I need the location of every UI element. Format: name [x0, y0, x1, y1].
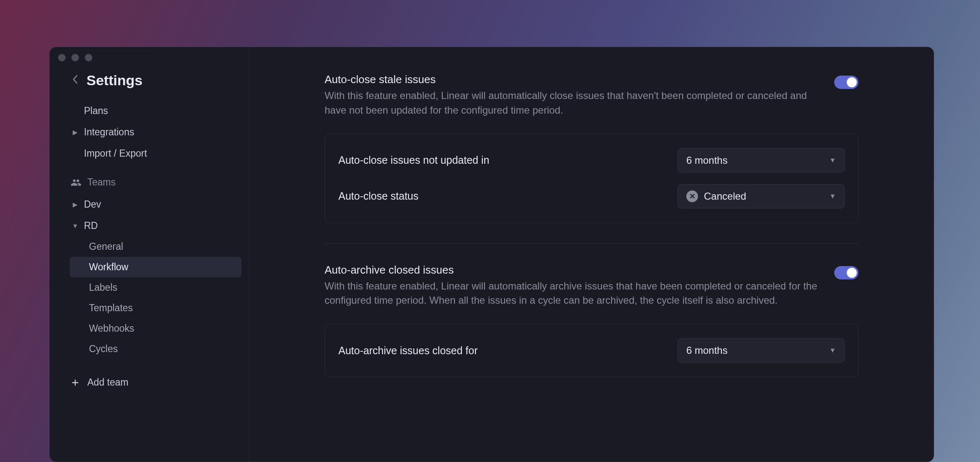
- caret-down-icon: ▼: [72, 222, 78, 229]
- caret-right-icon: ▶: [72, 201, 78, 208]
- config-row-autoarchive-period: Auto-archive issues closed for 6 months …: [338, 333, 845, 368]
- sidebar-sub-workflow[interactable]: Workflow: [70, 257, 241, 277]
- sidebar-item-label: Workflow: [89, 261, 128, 273]
- dropdown-value: 6 months: [686, 155, 728, 166]
- sidebar-item-label: Plans: [84, 105, 108, 117]
- window-controls: [58, 54, 92, 61]
- sidebar-item-label: Import / Export: [84, 148, 147, 159]
- sidebar: Settings Plans ▶ Integrations Import / E…: [50, 47, 249, 462]
- setting-description: With this feature enabled, Linear will a…: [325, 89, 818, 118]
- autoclose-config: Auto-close issues not updated in 6 month…: [325, 134, 858, 223]
- sidebar-sub-labels[interactable]: Labels: [70, 277, 241, 298]
- sidebar-sub-cycles[interactable]: Cycles: [70, 339, 241, 359]
- chevron-down-icon: ▼: [829, 193, 836, 200]
- caret-right-icon: ▶: [72, 129, 78, 136]
- chevron-down-icon: ▼: [829, 347, 836, 354]
- canceled-status-icon: ✕: [686, 190, 698, 202]
- config-label: Auto-close status: [338, 190, 419, 202]
- dropdown-value: 6 months: [686, 345, 728, 356]
- traffic-light-close[interactable]: [58, 54, 66, 61]
- setting-autoclose: Auto-close stale issues With this featur…: [325, 73, 858, 243]
- content-pane: Auto-close stale issues With this featur…: [249, 47, 934, 462]
- sidebar-team-dev[interactable]: ▶ Dev: [57, 194, 241, 215]
- autoarchive-period-dropdown[interactable]: 6 months ▼: [678, 338, 845, 363]
- autoarchive-config: Auto-archive issues closed for 6 months …: [325, 324, 858, 377]
- config-row-autoclose-status: Auto-close status ✕ Canceled ▼: [338, 178, 845, 214]
- traffic-light-zoom[interactable]: [85, 54, 92, 61]
- sidebar-team-rd-subnav: General Workflow Labels Templates Webhoo…: [57, 236, 241, 359]
- sidebar-sub-general[interactable]: General: [70, 236, 241, 257]
- config-row-autoclose-period: Auto-close issues not updated in 6 month…: [338, 142, 845, 178]
- plus-icon: [71, 378, 80, 387]
- sidebar-item-label: Cycles: [89, 343, 118, 355]
- add-team-button[interactable]: Add team: [57, 372, 241, 393]
- section-divider: [325, 243, 858, 244]
- sidebar-sub-templates[interactable]: Templates: [70, 298, 241, 318]
- setting-title: Auto-archive closed issues: [325, 264, 818, 277]
- sidebar-item-import-export[interactable]: Import / Export: [57, 143, 241, 164]
- autoarchive-toggle[interactable]: [834, 266, 858, 279]
- setting-description: With this feature enabled, Linear will a…: [325, 279, 818, 308]
- back-chevron-icon[interactable]: [72, 75, 78, 86]
- sidebar-item-integrations[interactable]: ▶ Integrations: [57, 122, 241, 143]
- sidebar-item-label: General: [89, 241, 123, 252]
- app-window: Settings Plans ▶ Integrations Import / E…: [49, 47, 934, 462]
- sidebar-item-label: Labels: [89, 282, 117, 293]
- dropdown-value: Canceled: [704, 190, 746, 202]
- sidebar-item-plans[interactable]: Plans: [57, 100, 241, 122]
- sidebar-nav: Plans ▶ Integrations Import / Export Tea…: [50, 100, 249, 393]
- setting-title: Auto-close stale issues: [325, 73, 818, 86]
- autoclose-period-dropdown[interactable]: 6 months ▼: [678, 148, 845, 173]
- chevron-down-icon: ▼: [829, 157, 836, 164]
- add-team-label: Add team: [87, 377, 128, 388]
- sidebar-section-label: Teams: [87, 177, 116, 188]
- sidebar-item-label: Integrations: [84, 127, 134, 138]
- sidebar-item-label: Webhooks: [89, 323, 134, 334]
- page-title: Settings: [86, 72, 142, 89]
- sidebar-header: Settings: [50, 72, 249, 100]
- sidebar-sub-webhooks[interactable]: Webhooks: [70, 318, 241, 339]
- sidebar-team-rd[interactable]: ▼ RD: [57, 215, 241, 236]
- traffic-light-minimize[interactable]: [71, 54, 79, 61]
- sidebar-item-label: Dev: [84, 199, 101, 210]
- config-label: Auto-close issues not updated in: [338, 154, 489, 166]
- sidebar-item-label: Templates: [89, 302, 133, 314]
- people-icon: [71, 177, 81, 188]
- sidebar-section-teams: Teams: [57, 164, 241, 194]
- sidebar-item-label: RD: [84, 220, 98, 231]
- autoclose-status-dropdown[interactable]: ✕ Canceled ▼: [678, 184, 845, 208]
- autoclose-toggle[interactable]: [834, 76, 858, 89]
- setting-autoarchive: Auto-archive closed issues With this fea…: [325, 264, 858, 398]
- config-label: Auto-archive issues closed for: [338, 345, 477, 357]
